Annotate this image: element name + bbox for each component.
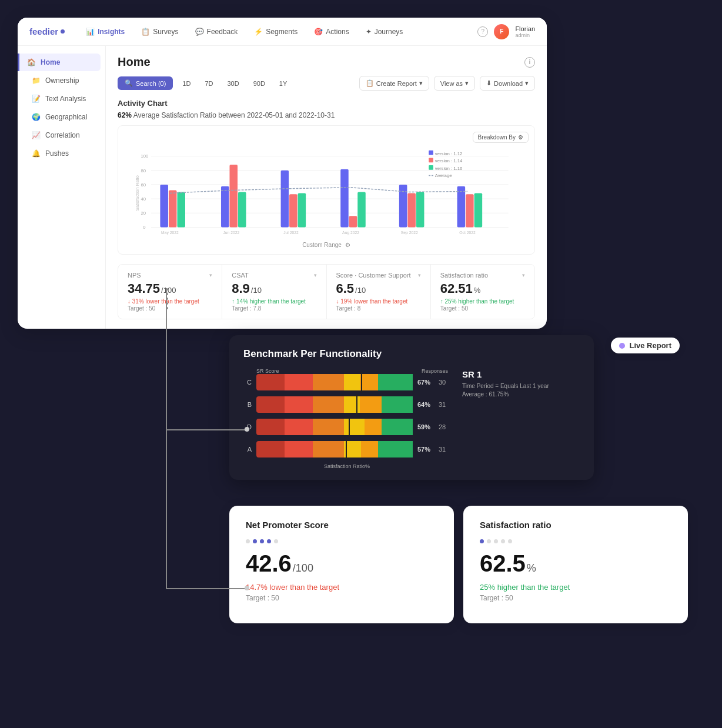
bench-pct-b: 64% — [417, 401, 434, 408]
csat-chevron[interactable]: ▾ — [314, 272, 317, 278]
bottom-card-sr: Satisfaction ratio 62.5 % 25% higher tha… — [463, 506, 688, 623]
search-label: Search (0) — [136, 80, 166, 87]
nps-chevron[interactable]: ▾ — [209, 272, 212, 278]
nps-dot-5 — [274, 539, 278, 543]
benchmark-bars: SR Score Responses C 67% 30 — [243, 368, 450, 469]
pushes-icon: 🔔 — [32, 149, 41, 158]
score-chevron[interactable]: ▾ — [418, 272, 421, 278]
time-1y[interactable]: 1Y — [275, 77, 292, 90]
nav-right: ? F Florian admin — [477, 24, 535, 39]
bench-x-label: Satisfaction Ratio% — [243, 463, 450, 469]
nps-card-denom: /100 — [293, 562, 313, 575]
text-analysis-icon: 📝 — [32, 95, 41, 103]
sidebar-item-text-analysis[interactable]: 📝 Text Analysis — [22, 90, 101, 108]
svg-text:0: 0 — [143, 225, 145, 230]
time-1d[interactable]: 1D — [178, 77, 195, 90]
nav-feedback[interactable]: 💬 Feedback — [188, 24, 245, 39]
view-as-label: View as — [440, 80, 463, 87]
metrics-row: NPS ▾ 34.75 /100 ↓ 31% lower than the ta… — [118, 264, 535, 319]
nps-target: Target : 50 — [128, 305, 212, 312]
sr-dot-3 — [494, 539, 498, 543]
sr-target: Target : 50 — [440, 305, 525, 312]
time-7d[interactable]: 7D — [200, 77, 218, 90]
metric-csat-value: 8.9 /10 — [232, 281, 316, 296]
download-button[interactable]: ⬇ Download ▾ — [480, 76, 535, 91]
sr-chevron[interactable]: ▾ — [522, 272, 525, 278]
nav-segments[interactable]: ⚡ Segments — [247, 24, 305, 39]
svg-text:20: 20 — [141, 211, 146, 216]
bench-pct-c: 67% — [417, 379, 434, 386]
svg-text:Jul 2022: Jul 2022 — [283, 231, 299, 235]
nps-delta: ↓ 31% lower than the target — [128, 298, 212, 305]
time-30d[interactable]: 30D — [222, 77, 243, 90]
nav-feedback-label: Feedback — [207, 28, 238, 36]
chart-header: Breakdown By ⚙ — [124, 132, 529, 143]
metric-csat-label: CSAT ▾ — [232, 272, 316, 279]
sidebar-pushes-label: Pushes — [45, 149, 69, 158]
sidebar-item-home[interactable]: 🏠 Home — [18, 54, 101, 71]
help-icon[interactable]: ? — [477, 26, 488, 37]
search-button[interactable]: 🔍 Search (0) — [118, 76, 173, 90]
bench-col-responses: Responses — [422, 368, 448, 374]
correlation-icon: 📈 — [32, 131, 41, 139]
user-info: Florian admin — [515, 25, 535, 38]
bench-sr-info: SR 1 Time Period = Equals Last 1 year Av… — [462, 368, 580, 469]
connector-line-h1 — [166, 429, 248, 430]
nps-card-title: Net Promoter Score — [246, 520, 437, 530]
chart-subtitle: 62% Average Satisfaction Ratio between 2… — [118, 111, 535, 119]
bench-row-c: C 67% 30 — [243, 374, 450, 390]
bench-bar-d — [256, 419, 413, 435]
avatar: F — [494, 24, 509, 39]
nav-journeys[interactable]: ✦ Journeys — [359, 24, 410, 39]
svg-rect-13 — [169, 191, 177, 228]
toolbar: 🔍 Search (0) 1D 7D 30D 90D 1Y 📋 Create R… — [118, 76, 535, 91]
sidebar-item-geographical[interactable]: 🌍 Geographical — [22, 108, 101, 126]
svg-text:version : 1.16: version : 1.16 — [435, 166, 462, 171]
sidebar-item-pushes[interactable]: 🔔 Pushes — [22, 145, 101, 162]
geographical-icon: 🌍 — [32, 113, 41, 121]
nav-actions[interactable]: 🎯 Actions — [307, 24, 356, 39]
svg-rect-18 — [238, 192, 246, 227]
nps-dot-2 — [253, 539, 257, 543]
create-report-button[interactable]: 📋 Create Report ▾ — [359, 76, 429, 91]
csat-target: Target : 7.8 — [232, 305, 316, 312]
nps-dot-4 — [267, 539, 271, 543]
svg-rect-32 — [457, 186, 466, 228]
live-report-label: Live Report — [629, 341, 671, 350]
csat-delta: ↑ 14% higher than the target — [232, 298, 316, 305]
home-icon: 🏠 — [27, 58, 36, 66]
time-90d[interactable]: 90D — [249, 77, 270, 90]
svg-rect-14 — [177, 192, 185, 227]
svg-rect-17 — [229, 165, 238, 227]
top-nav: feedier 📊 Insights 📋 Surveys 💬 Feedback … — [18, 18, 547, 46]
sidebar-item-ownership[interactable]: 📁 Ownership — [22, 72, 101, 89]
bench-resp-b: 31 — [439, 401, 450, 408]
metric-csat: CSAT ▾ 8.9 /10 ↑ 14% higher than the tar… — [222, 265, 326, 319]
bench-label-c: C — [243, 379, 252, 386]
view-as-button[interactable]: View as ▾ — [434, 76, 475, 91]
bench-bar-a — [256, 441, 413, 457]
nav-insights[interactable]: 📊 Insights — [79, 24, 132, 39]
svg-text:version : 1.14: version : 1.14 — [435, 158, 463, 163]
settings-icon[interactable]: ⚙ — [345, 242, 350, 248]
score-delta: ↓ 19% lower than the target — [336, 298, 421, 305]
sidebar-item-correlation[interactable]: 📈 Correlation — [22, 126, 101, 144]
nps-dot-1 — [246, 539, 250, 543]
bar-chart-svg: 100 80 60 40 20 0 — [124, 148, 529, 236]
svg-text:60: 60 — [141, 182, 146, 188]
metric-nps: NPS ▾ 34.75 /100 ↓ 31% lower than the ta… — [118, 265, 222, 319]
bench-resp-d: 28 — [439, 423, 450, 430]
nav-actions-label: Actions — [326, 28, 349, 36]
sr-label-text: Satisfaction ratio — [440, 272, 488, 279]
svg-text:Sep 2022: Sep 2022 — [401, 231, 418, 235]
svg-text:Satisfaction Ratio: Satisfaction Ratio — [135, 175, 140, 211]
breakdown-button[interactable]: Breakdown By ⚙ — [473, 132, 529, 143]
svg-rect-22 — [298, 193, 306, 227]
nav-surveys[interactable]: 📋 Surveys — [134, 24, 185, 39]
custom-range-row: Custom Range ⚙ — [124, 242, 529, 248]
score-denom: /10 — [355, 286, 366, 295]
bench-pct-d: 59% — [417, 423, 434, 430]
bench-label-a: A — [243, 446, 252, 453]
page-title: Home — [118, 55, 151, 69]
page-info-icon[interactable]: i — [524, 57, 535, 68]
